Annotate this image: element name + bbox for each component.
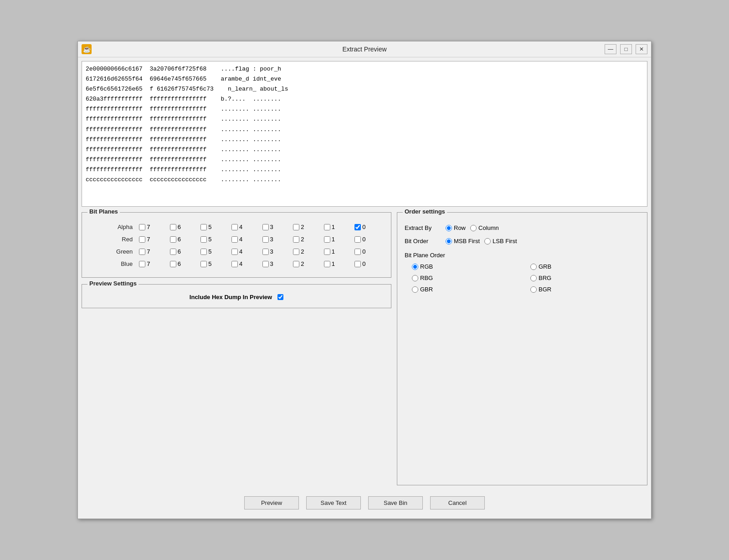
include-hex-dump-checkbox[interactable]: [277, 294, 283, 300]
checkbox-label-red-4[interactable]: 4: [239, 236, 242, 243]
checkbox-label-red-2[interactable]: 2: [301, 236, 304, 243]
checkbox-alpha-2[interactable]: [293, 224, 299, 230]
checkbox-label-blue-4[interactable]: 4: [239, 260, 242, 267]
checkbox-alpha-7[interactable]: [139, 224, 145, 230]
checkbox-blue-1[interactable]: [324, 261, 330, 267]
lsb-first-label[interactable]: LSB First: [493, 238, 517, 244]
bit-plane-radio-label-gbr[interactable]: GBR: [420, 286, 433, 293]
bit-plane-radio-label-rgb[interactable]: RGB: [420, 263, 433, 270]
checkbox-alpha-6[interactable]: [170, 224, 176, 230]
checkbox-label-red-7[interactable]: 7: [147, 236, 150, 243]
checkbox-alpha-0[interactable]: [354, 224, 361, 230]
checkbox-label-green-1[interactable]: 1: [332, 248, 335, 255]
checkbox-red-3[interactable]: [262, 236, 269, 243]
checkbox-green-5[interactable]: [200, 249, 207, 255]
checkbox-label-blue-7[interactable]: 7: [147, 260, 150, 267]
extract-by-col-label[interactable]: Column: [478, 224, 499, 231]
checkbox-label-blue-3[interactable]: 3: [270, 260, 273, 267]
checkbox-alpha-1[interactable]: [324, 224, 330, 230]
checkbox-label-blue-2[interactable]: 2: [301, 260, 304, 267]
checkbox-label-red-3[interactable]: 3: [270, 236, 273, 243]
msb-first-radio: MSB First: [446, 238, 480, 244]
checkbox-blue-4[interactable]: [231, 261, 238, 267]
bit-plane-radio-input-gbr[interactable]: [412, 286, 418, 293]
preview-text-area[interactable]: 2e000000666c6167 3a20706f6f725f68 ....fl…: [82, 61, 647, 207]
checkbox-label-blue-0[interactable]: 0: [362, 260, 365, 267]
checkbox-alpha-3[interactable]: [262, 224, 269, 230]
bit-plane-radio-input-rgb[interactable]: [412, 264, 418, 270]
checkbox-label-green-3[interactable]: 3: [270, 248, 273, 255]
checkbox-red-4[interactable]: [231, 236, 238, 243]
save-bin-button[interactable]: Save Bin: [368, 496, 423, 509]
extract-by-col-radio-input[interactable]: [470, 225, 477, 231]
extract-by-row-radio-input[interactable]: [446, 225, 452, 231]
order-settings-title: Order settings: [403, 208, 447, 215]
checkbox-green-1[interactable]: [324, 249, 330, 255]
checkbox-green-2[interactable]: [293, 249, 299, 255]
msb-first-radio-input[interactable]: [446, 238, 452, 244]
bit-cell-blue-2: 2: [291, 258, 322, 270]
bit-plane-radio-grb: GRB: [530, 263, 640, 270]
checkbox-red-6[interactable]: [170, 236, 176, 243]
bit-plane-radio-label-brg[interactable]: BRG: [539, 275, 551, 281]
checkbox-label-alpha-1[interactable]: 1: [332, 224, 335, 230]
checkbox-green-7[interactable]: [139, 249, 145, 255]
bit-plane-radio-label-grb[interactable]: GRB: [539, 263, 551, 270]
checkbox-label-alpha-2[interactable]: 2: [301, 224, 304, 230]
checkbox-label-green-7[interactable]: 7: [147, 248, 150, 255]
save-text-button[interactable]: Save Text: [306, 496, 361, 509]
bit-plane-radio-input-brg[interactable]: [530, 275, 537, 281]
checkbox-blue-3[interactable]: [262, 261, 269, 267]
bit-cell-alpha-1: 1: [322, 221, 353, 233]
checkbox-label-red-6[interactable]: 6: [178, 236, 181, 243]
checkbox-red-2[interactable]: [293, 236, 299, 243]
bit-plane-radio-label-bgr[interactable]: BGR: [539, 286, 551, 293]
maximize-button[interactable]: □: [620, 44, 632, 54]
checkbox-blue-2[interactable]: [293, 261, 299, 267]
checkbox-label-green-2[interactable]: 2: [301, 248, 304, 255]
checkbox-label-red-1[interactable]: 1: [332, 236, 335, 243]
checkbox-red-7[interactable]: [139, 236, 145, 243]
checkbox-label-red-5[interactable]: 5: [208, 236, 211, 243]
lsb-first-radio-input[interactable]: [484, 238, 491, 244]
checkbox-label-alpha-5[interactable]: 5: [208, 224, 211, 230]
checkbox-label-alpha-3[interactable]: 3: [270, 224, 273, 230]
checkbox-blue-7[interactable]: [139, 261, 145, 267]
extract-by-row-label[interactable]: Row: [454, 224, 466, 231]
checkbox-label-alpha-6[interactable]: 6: [178, 224, 181, 230]
checkbox-blue-6[interactable]: [170, 261, 176, 267]
checkbox-label-blue-6[interactable]: 6: [178, 260, 181, 267]
checkbox-red-0[interactable]: [354, 236, 361, 243]
checkbox-blue-0[interactable]: [354, 261, 361, 267]
checkbox-label-blue-1[interactable]: 1: [332, 260, 335, 267]
window-title: Extract Preview: [342, 46, 386, 53]
checkbox-label-alpha-7[interactable]: 7: [147, 224, 150, 230]
bit-plane-radio-input-rbg[interactable]: [412, 275, 418, 281]
cancel-button[interactable]: Cancel: [430, 496, 485, 509]
preview-button[interactable]: Preview: [244, 496, 299, 509]
checkbox-green-3[interactable]: [262, 249, 269, 255]
checkbox-green-4[interactable]: [231, 249, 238, 255]
checkbox-label-alpha-0[interactable]: 0: [362, 224, 365, 230]
bit-plane-radio-input-grb[interactable]: [530, 264, 537, 270]
checkbox-blue-5[interactable]: [200, 261, 207, 267]
checkbox-green-6[interactable]: [170, 249, 176, 255]
checkbox-label-green-5[interactable]: 5: [208, 248, 211, 255]
bit-plane-radio-label-rbg[interactable]: RBG: [420, 275, 433, 281]
lsb-first-radio: LSB First: [484, 238, 517, 244]
msb-first-label[interactable]: MSB First: [454, 238, 480, 244]
checkbox-label-green-6[interactable]: 6: [178, 248, 181, 255]
checkbox-label-green-4[interactable]: 4: [239, 248, 242, 255]
checkbox-alpha-5[interactable]: [200, 224, 207, 230]
bit-plane-radio-input-bgr[interactable]: [530, 286, 537, 293]
checkbox-label-green-0[interactable]: 0: [362, 248, 365, 255]
checkbox-label-blue-5[interactable]: 5: [208, 260, 211, 267]
minimize-button[interactable]: —: [605, 44, 616, 54]
checkbox-alpha-4[interactable]: [231, 224, 238, 230]
checkbox-label-alpha-4[interactable]: 4: [239, 224, 242, 230]
checkbox-label-red-0[interactable]: 0: [362, 236, 365, 243]
checkbox-red-1[interactable]: [324, 236, 330, 243]
close-button[interactable]: ✕: [636, 44, 647, 54]
checkbox-green-0[interactable]: [354, 249, 361, 255]
checkbox-red-5[interactable]: [200, 236, 207, 243]
